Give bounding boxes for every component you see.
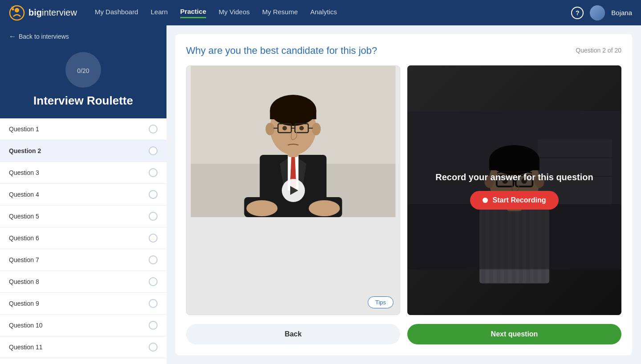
question-radio-7	[149, 255, 158, 264]
video-panels: Tips	[186, 65, 621, 315]
sidebar-title: Interview Roulette	[33, 94, 133, 108]
avatar	[590, 5, 605, 20]
record-overlay: Record your answer for this question Sta…	[407, 65, 621, 315]
start-recording-label: Start Recording	[492, 196, 546, 204]
question-radio-11	[149, 343, 158, 352]
sidebar-header: 0/20 Interview Roulette	[0, 48, 166, 118]
sidebar: ← Back to interviews 0/20 Interview Roul…	[0, 25, 166, 364]
svg-point-0	[10, 6, 24, 20]
main-layout: ← Back to interviews 0/20 Interview Roul…	[0, 25, 641, 364]
nav-my-videos[interactable]: My Videos	[219, 8, 250, 17]
question-item-6[interactable]: Question 6	[0, 227, 166, 249]
question-item-3[interactable]: Question 3	[0, 162, 166, 184]
nav-learn[interactable]: Learn	[150, 8, 167, 17]
question-label-11: Question 11	[9, 344, 43, 351]
question-label-4: Question 4	[9, 191, 39, 198]
question-list: Question 1 Question 2 Question 3 Questio…	[0, 118, 166, 364]
question-radio-6	[149, 234, 158, 243]
brand-logo[interactable]: biginterview	[9, 5, 77, 21]
nav-analytics[interactable]: Analytics	[310, 8, 337, 17]
question-label-9: Question 9	[9, 300, 39, 307]
svg-point-30	[247, 200, 278, 216]
question-item-1[interactable]: Question 1	[0, 118, 166, 140]
record-video-panel: Record your answer for this question Sta…	[407, 65, 621, 315]
question-item-5[interactable]: Question 5	[0, 206, 166, 227]
rec-dot-icon	[483, 198, 488, 203]
help-button[interactable]: ?	[571, 7, 584, 19]
question-radio-3	[149, 168, 158, 177]
question-item-9[interactable]: Question 9	[0, 293, 166, 315]
question-label-2: Question 2	[9, 147, 41, 154]
question-radio-2	[149, 146, 158, 155]
play-icon	[290, 186, 298, 195]
next-question-button[interactable]: Next question	[407, 324, 621, 344]
question-label-3: Question 3	[9, 169, 39, 176]
question-card: Why are you the best candidate for this …	[175, 34, 632, 355]
back-to-interviews-link[interactable]: ← Back to interviews	[0, 25, 166, 48]
question-count: Question 2 of 20	[576, 47, 621, 54]
back-button[interactable]: Back	[186, 324, 400, 344]
question-radio-8	[149, 277, 158, 286]
question-label-10: Question 10	[9, 322, 43, 329]
nav-my-resume[interactable]: My Resume	[262, 8, 298, 17]
question-item-2[interactable]: Question 2	[0, 140, 166, 162]
start-recording-button[interactable]: Start Recording	[470, 191, 558, 210]
svg-point-20	[312, 123, 321, 135]
nav-right: ? Bojana	[571, 5, 632, 20]
question-radio-9	[149, 299, 158, 308]
nav-dashboard[interactable]: My Dashboard	[95, 8, 138, 17]
brand-text: biginterview	[28, 8, 77, 18]
question-item-4[interactable]: Question 4	[0, 184, 166, 206]
svg-point-31	[309, 200, 340, 216]
question-radio-4	[149, 190, 158, 199]
question-radio-10	[149, 321, 158, 330]
svg-rect-18	[270, 110, 316, 119]
question-item-7[interactable]: Question 7	[0, 249, 166, 271]
question-label-7: Question 7	[9, 256, 39, 263]
svg-point-27	[300, 126, 304, 130]
question-item-10[interactable]: Question 10	[0, 315, 166, 336]
question-label-5: Question 5	[9, 213, 39, 220]
nav-practice[interactable]: Practice	[180, 8, 206, 18]
user-name: Bojana	[611, 9, 632, 16]
svg-point-19	[266, 123, 275, 135]
nav-links: My Dashboard Learn Practice My Videos My…	[95, 8, 558, 18]
question-text: Why are you the best candidate for this …	[186, 45, 567, 57]
question-radio-1	[149, 125, 158, 133]
record-prompt: Record your answer for this question	[426, 171, 602, 183]
question-item-11[interactable]: Question 11	[0, 336, 166, 358]
bottom-buttons: Back Next question	[186, 324, 621, 344]
question-label-8: Question 8	[9, 278, 39, 285]
svg-point-1	[15, 8, 19, 12]
navbar: biginterview My Dashboard Learn Practice…	[0, 0, 641, 25]
question-label-6: Question 6	[9, 235, 39, 242]
svg-point-2	[12, 8, 14, 10]
question-radio-5	[149, 212, 158, 221]
svg-point-26	[283, 126, 287, 130]
progress-circle: 0/20	[65, 52, 101, 88]
tips-button[interactable]: Tips	[368, 296, 394, 308]
back-arrow-icon: ←	[9, 32, 16, 40]
question-item-8[interactable]: Question 8	[0, 271, 166, 293]
question-label-1: Question 1	[9, 125, 39, 133]
progress-text: 0/20	[77, 64, 89, 76]
question-header: Why are you the best candidate for this …	[186, 45, 621, 57]
interviewer-video-panel: Tips	[186, 65, 400, 315]
play-button[interactable]	[282, 179, 305, 202]
content-area: Why are you the best candidate for this …	[166, 25, 641, 364]
back-label: Back to interviews	[19, 33, 69, 40]
